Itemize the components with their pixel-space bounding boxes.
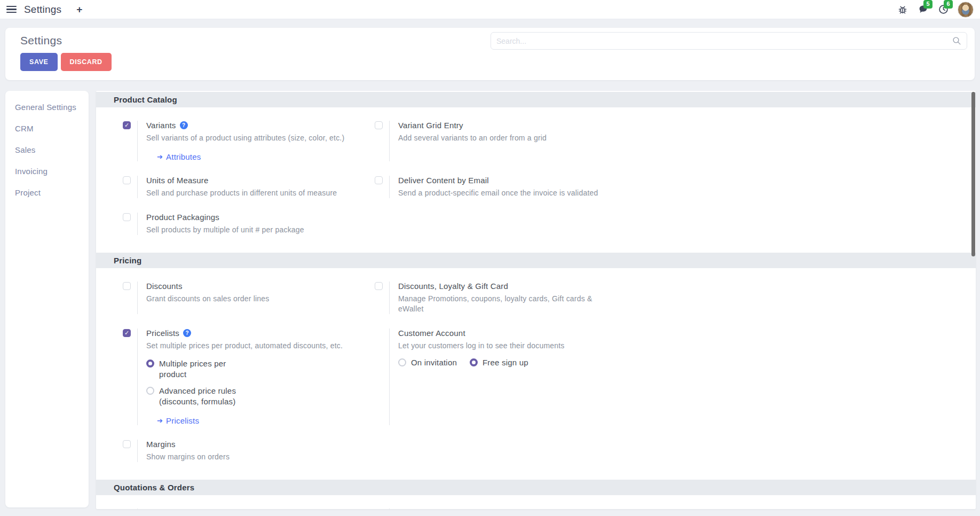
- sidebar-item-crm[interactable]: CRM: [5, 118, 89, 139]
- loyalty-checkbox[interactable]: [375, 282, 383, 290]
- pricing-rows: Discounts Grant discounts on sales order…: [96, 268, 976, 479]
- variants-desc: Sell variants of a product using attribu…: [146, 133, 344, 143]
- pricelists-option-advanced-rules[interactable]: Advanced price rules (discounts, formula…: [146, 386, 343, 407]
- setting-margins: Margins Show margins on orders: [96, 440, 375, 462]
- pricelists-label: Pricelists: [146, 329, 179, 338]
- margins-desc: Show margins on orders: [146, 452, 230, 462]
- settings-sidebar: General Settings CRM Sales Invoicing Pro…: [5, 91, 89, 507]
- deliver-content-desc: Send a product-specific email once the i…: [398, 188, 598, 198]
- radio-button[interactable]: [470, 358, 478, 366]
- quotations-rows: Online Signature Request an online signa…: [96, 495, 976, 509]
- units-of-measure-desc: Sell and purchase products in different …: [146, 188, 337, 198]
- setting-discounts: Discounts Grant discounts on sales order…: [96, 282, 375, 314]
- help-icon[interactable]: [180, 121, 188, 129]
- pricelists-link[interactable]: Pricelists: [157, 416, 343, 425]
- customer-account-label: Customer Account: [398, 329, 465, 338]
- loyalty-label: Discounts, Loyalty & Gift Card: [398, 282, 508, 291]
- sidebar-item-sales[interactable]: Sales: [5, 139, 89, 161]
- save-button[interactable]: SAVE: [20, 53, 58, 71]
- hamburger-menu-icon[interactable]: [6, 6, 17, 13]
- pricelists-checkbox[interactable]: [123, 329, 131, 337]
- vertical-scrollbar[interactable]: [971, 92, 975, 256]
- settings-main-panel: Product Catalog Variants Sell variants o…: [96, 91, 976, 509]
- attributes-link[interactable]: Attributes: [157, 152, 344, 161]
- variant-grid-entry-desc: Add several variants to an order from a …: [398, 133, 547, 143]
- discounts-desc: Grant discounts on sales order lines: [146, 294, 270, 304]
- plus-icon[interactable]: +: [76, 4, 82, 14]
- activities-clock-icon[interactable]: 6: [937, 4, 949, 15]
- variant-grid-entry-label: Variant Grid Entry: [398, 121, 463, 130]
- customer-account-option-on-invitation[interactable]: On invitation: [398, 357, 457, 368]
- variant-grid-entry-checkbox[interactable]: [375, 121, 383, 129]
- units-of-measure-label: Units of Measure: [146, 176, 209, 185]
- arrow-right-icon: [157, 153, 163, 160]
- messages-icon[interactable]: 5: [917, 4, 929, 15]
- top-navbar: Settings + 5 6: [0, 0, 980, 19]
- units-of-measure-checkbox[interactable]: [123, 176, 131, 184]
- setting-pricelists: Pricelists Set multiple prices per produ…: [96, 329, 375, 425]
- app-title: Settings: [24, 4, 61, 15]
- deliver-content-checkbox[interactable]: [375, 176, 383, 184]
- help-icon[interactable]: [183, 329, 191, 337]
- customer-account-option-free-sign-up[interactable]: Free sign up: [470, 357, 528, 368]
- section-header-product-catalog: Product Catalog: [96, 92, 976, 107]
- bug-icon[interactable]: [897, 4, 908, 15]
- setting-units-of-measure: Units of Measure Sell and purchase produ…: [96, 176, 375, 198]
- search-bar[interactable]: [491, 32, 967, 50]
- sidebar-item-invoicing[interactable]: Invoicing: [5, 161, 89, 182]
- setting-deliver-content-by-email: Deliver Content by Email Send a product-…: [375, 176, 976, 198]
- setting-loyalty-gift-card: Discounts, Loyalty & Gift Card Manage Pr…: [375, 282, 976, 314]
- arrow-right-icon: [157, 417, 163, 424]
- discounts-label: Discounts: [146, 282, 183, 291]
- product-packagings-desc: Sell products by multiple of unit # per …: [146, 225, 304, 235]
- search-input[interactable]: [496, 37, 952, 45]
- setting-variant-grid-entry: Variant Grid Entry Add several variants …: [375, 121, 976, 161]
- radio-button[interactable]: [398, 358, 406, 366]
- settings-header-card: Settings SAVE DISCARD: [5, 28, 975, 80]
- section-header-quotations-orders: Quotations & Orders: [96, 480, 976, 495]
- setting-customer-account: Customer Account Let your customers log …: [375, 329, 976, 425]
- pricelists-option-multiple-prices[interactable]: Multiple prices per product: [146, 358, 343, 380]
- search-icon[interactable]: [952, 36, 961, 45]
- margins-label: Margins: [146, 440, 176, 449]
- radio-button[interactable]: [146, 359, 154, 368]
- sidebar-item-general-settings[interactable]: General Settings: [5, 97, 89, 118]
- setting-online-signature: Online Signature Request an online signa…: [96, 509, 375, 509]
- section-header-pricing: Pricing: [96, 253, 976, 268]
- pricelists-desc: Set multiple prices per product, automat…: [146, 341, 343, 351]
- online-payment-label: Online Payment: [398, 509, 457, 509]
- setting-online-payment: Online Payment Request an online payment…: [375, 509, 976, 509]
- variants-checkbox[interactable]: [123, 121, 131, 129]
- user-avatar[interactable]: [958, 2, 974, 18]
- discard-button[interactable]: DISCARD: [61, 53, 112, 71]
- activities-count-badge: 6: [944, 0, 953, 9]
- product-packagings-checkbox[interactable]: [123, 213, 131, 221]
- variants-label: Variants: [146, 121, 176, 130]
- product-catalog-rows: Variants Sell variants of a product usin…: [96, 107, 976, 252]
- deliver-content-label: Deliver Content by Email: [398, 176, 489, 185]
- discounts-checkbox[interactable]: [123, 282, 131, 290]
- setting-variants: Variants Sell variants of a product usin…: [96, 121, 375, 161]
- messages-count-badge: 5: [923, 0, 932, 9]
- customer-account-desc: Let your customers log in to see their d…: [398, 341, 565, 351]
- sidebar-item-project[interactable]: Project: [5, 182, 89, 204]
- loyalty-desc: Manage Promotions, coupons, loyalty card…: [398, 294, 617, 314]
- margins-checkbox[interactable]: [123, 440, 131, 448]
- setting-product-packagings: Product Packagings Sell products by mult…: [96, 213, 375, 235]
- product-packagings-label: Product Packagings: [146, 213, 219, 222]
- online-signature-label: Online Signature: [146, 509, 208, 509]
- radio-button[interactable]: [146, 387, 154, 395]
